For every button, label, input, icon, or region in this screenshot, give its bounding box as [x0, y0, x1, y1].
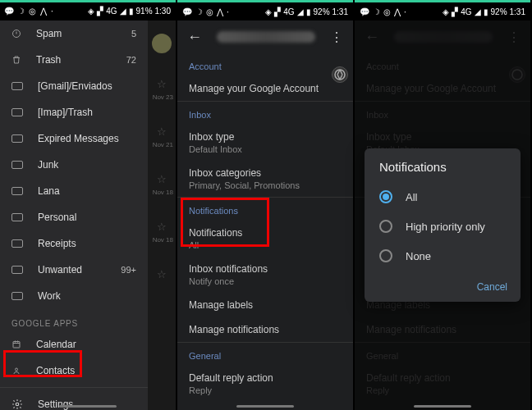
- aperture-icon: [332, 67, 347, 82]
- back-button[interactable]: ←: [187, 29, 202, 46]
- net-label: 4G: [106, 7, 117, 16]
- drawer-label: [Imap]/Trash: [38, 107, 136, 118]
- label-icon: [11, 292, 23, 300]
- ig-icon: ◎: [206, 7, 213, 16]
- setting-sub: Notify once: [189, 276, 342, 286]
- net-label: 4G: [461, 7, 471, 16]
- radio-label: All: [406, 191, 417, 203]
- drawer-item-label[interactable]: Expired Messages: [0, 125, 148, 152]
- home-indicator[interactable]: [414, 405, 471, 408]
- avatar: [152, 34, 172, 53]
- net-label: 4G: [283, 7, 294, 16]
- drawer-item-label[interactable]: Junk: [0, 152, 148, 178]
- notifications-dialog: Notifications All High priority only Non…: [365, 148, 521, 302]
- setting-title: Manage labels: [189, 299, 253, 311]
- avatar[interactable]: [332, 66, 348, 83]
- drawer-item-label[interactable]: Receipts: [0, 230, 148, 257]
- status-bar: 💬☽◎⋀· ◈▞4G◢▮ 92% 1:31: [355, 2, 530, 20]
- drawer-count: 99+: [121, 265, 136, 275]
- setting-title: Notifications: [189, 227, 342, 239]
- radio-icon: [379, 190, 392, 203]
- paramount-icon: ⋀: [39, 7, 48, 16]
- setting-manage-labels[interactable]: Manage labels: [177, 293, 353, 317]
- section-account: Account: [177, 53, 353, 76]
- contacts-icon: [11, 365, 21, 376]
- phone-screen-3: 💬☽◎⋀· ◈▞4G◢▮ 92% 1:31 ← ⋮ Account Manage…: [355, 0, 530, 410]
- setting-inbox-type[interactable]: Inbox type Default Inbox: [177, 125, 353, 161]
- setting-title: Inbox type: [189, 131, 342, 143]
- drawer-label: Settings: [38, 399, 136, 410]
- date-peek: Nov 21: [148, 141, 176, 148]
- svg-rect-1: [13, 341, 20, 348]
- drawer-label: Lana: [38, 185, 136, 197]
- cancel-button[interactable]: Cancel: [477, 281, 507, 293]
- label-icon: [11, 187, 23, 195]
- settings-header: ← ⋮: [177, 20, 353, 53]
- drawer-label: Trash: [36, 54, 112, 66]
- drawer-label: Contacts: [36, 365, 136, 376]
- radio-option-none[interactable]: None: [365, 241, 521, 271]
- drawer-item-trash[interactable]: Trash 72: [0, 47, 148, 73]
- label-icon: [11, 82, 23, 90]
- drawer-item-label[interactable]: Unwanted 99+: [0, 257, 148, 283]
- msg-icon: 💬: [182, 7, 192, 16]
- star-icon: ☆: [148, 173, 176, 185]
- radio-option-high-priority[interactable]: High priority only: [365, 212, 521, 241]
- home-indicator[interactable]: [59, 405, 117, 408]
- dialog-title: Notifications: [365, 160, 521, 182]
- radio-icon: [379, 220, 392, 233]
- setting-sub: Default Inbox: [189, 144, 342, 154]
- drawer-item-calendar[interactable]: Calendar: [0, 331, 148, 358]
- overflow-menu[interactable]: ⋮: [330, 30, 343, 45]
- setting-title: Default reply action: [189, 372, 342, 384]
- clock: 1:30: [155, 7, 171, 16]
- moon-icon: ☽: [195, 7, 203, 16]
- battery-icon: ▮: [129, 7, 134, 16]
- drawer-item-label[interactable]: [Gmail]/Enviados: [0, 73, 148, 99]
- account-email-blurred: [217, 31, 315, 43]
- setting-sub: Reply: [189, 385, 342, 395]
- radio-option-all[interactable]: All: [365, 182, 521, 212]
- svg-point-2: [16, 368, 18, 371]
- setting-default-reply[interactable]: Default reply action Reply: [177, 366, 353, 402]
- setting-title: Inbox notifications: [189, 263, 342, 275]
- drawer-item-label[interactable]: Lana: [0, 178, 148, 204]
- inbox-peek: ☆ Nov 23 ☆ Nov 21 ☆ Nov 18 ☆ Nov 18 ☆: [148, 20, 176, 410]
- drawer-label: Unwanted: [38, 264, 106, 276]
- setting-inbox-notifications[interactable]: Inbox notifications Notify once: [177, 257, 353, 293]
- setting-title: Manage notifications: [189, 324, 279, 335]
- star-icon: ☆: [148, 125, 176, 138]
- battery-pct: 92%: [314, 7, 330, 16]
- home-indicator[interactable]: [236, 405, 294, 408]
- setting-inbox-categories[interactable]: Inbox categories Primary, Social, Promot…: [177, 161, 353, 198]
- drawer-item-label[interactable]: Personal: [0, 204, 148, 230]
- setting-manage-notifications[interactable]: Manage notifications: [177, 317, 353, 343]
- drawer-label: Calendar: [36, 339, 136, 350]
- battery-pct: 92%: [491, 7, 507, 16]
- trash-icon: [11, 54, 21, 66]
- drawer-label: Personal: [38, 212, 136, 223]
- msg-icon: 💬: [5, 7, 13, 16]
- dot-icon: ·: [51, 7, 53, 16]
- star-icon: ☆: [148, 78, 176, 90]
- setting-manage-account[interactable]: Manage your Google Account: [177, 76, 353, 102]
- label-icon: [11, 239, 23, 248]
- setting-sub: All: [189, 240, 342, 250]
- drawer-item-label[interactable]: [Imap]/Trash: [0, 99, 148, 125]
- signal2-icon: ◢: [120, 7, 126, 16]
- wifi-icon: ◈: [88, 7, 94, 16]
- drawer-item-contacts[interactable]: Contacts: [0, 358, 148, 384]
- svg-point-3: [16, 403, 19, 406]
- ig-icon: ◎: [28, 7, 36, 16]
- radio-label: None: [406, 250, 431, 262]
- label-icon: [11, 134, 23, 143]
- date-peek: Nov 18: [148, 236, 176, 244]
- phone-screen-1: 💬 ☽ ◎ ⋀ · ◈ ▞ 4G ◢ ▮ 91% 1:30 ☆ Nov 23 ☆…: [0, 0, 176, 410]
- drawer-item-label[interactable]: Work: [0, 283, 148, 309]
- label-icon: [11, 213, 23, 221]
- setting-sub: Primary, Social, Promotions: [189, 180, 342, 190]
- label-icon: [11, 108, 23, 116]
- setting-notifications[interactable]: Notifications All: [177, 221, 353, 257]
- moon-icon: ☽: [16, 7, 25, 16]
- drawer-item-spam[interactable]: Spam 5: [0, 20, 148, 47]
